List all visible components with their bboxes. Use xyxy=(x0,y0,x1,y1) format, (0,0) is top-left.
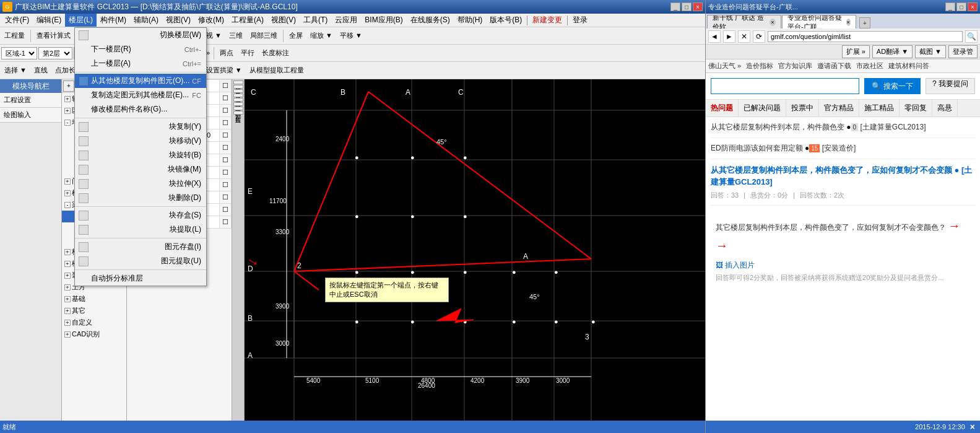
tree-expand-decor[interactable]: + xyxy=(64,273,71,279)
question-link-2[interactable]: ED防雨电源该如何套用定额 ●15 [安装造价] xyxy=(711,143,975,154)
search-button[interactable]: 🔍 搜索一下 xyxy=(864,78,921,94)
tree-expand-slab[interactable]: + xyxy=(64,249,71,255)
dropdown-auto-split[interactable]: 自动拆分标准层 xyxy=(75,271,206,286)
dropdown-rename[interactable]: 修改楼层构件名称(G)... xyxy=(75,102,206,116)
menu-help[interactable]: 帮助(H) xyxy=(454,14,487,27)
menu-auxiliary[interactable]: 辅助(A) xyxy=(130,14,162,27)
dropdown-switch-floor[interactable]: 切换楼层(W) xyxy=(75,28,206,42)
tb-quantity[interactable]: 工程量 xyxy=(1,29,28,43)
dropdown-block-mirror[interactable]: 块镜像(M) xyxy=(75,162,206,177)
url-bar[interactable] xyxy=(768,31,963,42)
new-tab-btn[interactable]: + xyxy=(859,17,870,28)
dropdown-block-move[interactable]: 块移动(V) xyxy=(75,134,206,148)
props-check9[interactable]: ☐ xyxy=(220,179,232,191)
menu-tools[interactable]: 工具(T) xyxy=(300,14,331,27)
cat-tab-official[interactable]: 官方精品 xyxy=(819,100,859,116)
tree-expand-column[interactable]: + xyxy=(64,190,71,196)
draw-btn-trim[interactable]: 修整 xyxy=(233,85,243,89)
tb-length-mark[interactable]: 长度标注 xyxy=(259,46,292,60)
props-check10[interactable]: ☐ xyxy=(220,191,232,204)
question-link-1[interactable]: 从其它楼层复制构件到本层，构件颜色变 ●0 [土建算量GCL2013] xyxy=(711,122,975,133)
tb-parallel[interactable]: 平行 xyxy=(238,46,258,60)
browser-minimize[interactable]: _ xyxy=(945,2,955,11)
props-check12[interactable]: ☐ xyxy=(220,216,232,229)
tb-fullscreen[interactable]: 全屏 xyxy=(286,29,306,43)
dropdown-block-rotate[interactable]: 块旋转(B) xyxy=(75,148,206,162)
tree-item-custom[interactable]: + 自定义 xyxy=(62,317,126,328)
nav-forward[interactable]: ► xyxy=(723,30,735,43)
tree-item-foundation[interactable]: + 基础 xyxy=(62,293,126,305)
tree-expand-stair[interactable]: + xyxy=(64,261,71,267)
props-check5[interactable]: ☐ xyxy=(220,129,232,142)
search-input[interactable] xyxy=(711,78,859,94)
toolbar-login[interactable]: 登录管 xyxy=(948,45,978,58)
cat-tab-construction[interactable]: 施工精品 xyxy=(859,100,900,116)
tb-zoom[interactable]: 缩放 ▼ xyxy=(307,29,336,43)
menu-view[interactable]: 视图(V) xyxy=(162,14,194,27)
tb-extract-quantity[interactable]: 从模型提取工程量 xyxy=(246,64,307,77)
dropdown-block-scale[interactable]: 块拉伸(X) xyxy=(75,177,206,191)
menu-online[interactable]: 在线服务(S) xyxy=(407,14,454,27)
menu-floor[interactable]: 楼层(L) xyxy=(65,14,97,27)
insert-img-btn[interactable]: 🖼 插入图片 xyxy=(716,261,755,269)
tb-arch-beam[interactable]: 设置拱梁 ▼ xyxy=(203,64,245,77)
draw-btn-merge[interactable]: 合并 xyxy=(233,89,243,93)
menu-modify[interactable]: 修改(M) xyxy=(194,14,228,27)
tb-local-3d[interactable]: 局部三维 xyxy=(247,29,280,43)
menu-file[interactable]: 文件(F) xyxy=(1,14,33,27)
cat-tab-solved[interactable]: 已解决问题 xyxy=(739,100,786,116)
dropdown-prev-floor[interactable]: 上一楼层(A) Ctrl+= xyxy=(75,56,206,71)
nav2-invite[interactable]: 邀请函下载 xyxy=(817,61,851,71)
question-detail-title[interactable]: 从其它楼层复制构件到本层，构件颜色变了，应如何复制才不会变颜 ● [土建算量GC… xyxy=(711,164,975,188)
browser-close-x[interactable]: × xyxy=(970,422,975,432)
props-check4[interactable]: ☐ xyxy=(220,117,232,129)
tree-add-btn[interactable]: + xyxy=(63,81,74,92)
menu-element[interactable]: 构件(M) xyxy=(97,14,130,27)
draw-btn-break[interactable]: 打断 xyxy=(233,98,243,102)
menu-edit[interactable]: 编辑(E) xyxy=(33,14,65,27)
tab1-close[interactable]: × xyxy=(770,19,776,26)
nav2-weather[interactable]: 佛山天气 » xyxy=(708,61,741,71)
menu-bim[interactable]: BIM应用(B) xyxy=(361,14,406,27)
tb-calc-formula[interactable]: 查看计算式 xyxy=(33,29,74,43)
props-check2[interactable]: ☐ xyxy=(220,92,232,105)
nav2-material[interactable]: 建筑材料问答 xyxy=(888,61,929,71)
close-button[interactable]: × xyxy=(693,2,703,11)
cat-tab-voting[interactable]: 投票中 xyxy=(786,100,819,116)
draw-btn-stirrup[interactable]: 拉筋 xyxy=(233,111,243,115)
tb-pan[interactable]: 平移 ▼ xyxy=(337,29,365,43)
nav2-index[interactable]: 造价指标 xyxy=(746,61,773,71)
draw-btn-split[interactable]: 分割 xyxy=(233,107,243,110)
nav-search-icon[interactable]: 🔍 xyxy=(965,30,978,43)
browser-tab-1[interactable]: 新干线 广联达 造价软 × xyxy=(707,15,781,28)
zone-select[interactable]: 区域-1 xyxy=(1,47,37,59)
toolbar-screenshot[interactable]: 截图 ▼ xyxy=(915,45,946,58)
floor-select[interactable]: 第2层 xyxy=(38,47,72,59)
props-check11[interactable]: ☐ xyxy=(220,204,232,216)
nav2-knowledge[interactable]: 官方知识库 xyxy=(778,61,812,71)
tree-expand-cad[interactable]: + xyxy=(64,331,71,338)
tb-line[interactable]: 直线 xyxy=(31,64,51,77)
browser-tab-2[interactable]: 专业造价问题答疑平台-广联... × xyxy=(782,15,856,28)
tree-item-other[interactable]: + 其它 xyxy=(62,305,126,317)
dropdown-copy-to[interactable]: 复制选定图元到其他楼层(E)... FC xyxy=(75,88,206,102)
toolbar-translate[interactable]: AD翻译 ▼ xyxy=(872,45,913,58)
tree-expand-wall[interactable]: - xyxy=(64,120,71,126)
tree-expand-beam[interactable]: - xyxy=(64,202,71,208)
dropdown-next-floor[interactable]: 下一楼层(R) Ctrl+- xyxy=(75,42,206,56)
dropdown-block-extract[interactable]: 块提取(L) xyxy=(75,222,206,237)
minimize-button[interactable]: _ xyxy=(670,2,680,11)
dropdown-store-box[interactable]: 块存盒(S) xyxy=(75,208,206,222)
tb-3d[interactable]: 三维 xyxy=(226,29,246,43)
props-check7[interactable]: ☐ xyxy=(220,154,232,167)
dropdown-element-store[interactable]: 图元存盘(I) xyxy=(75,240,206,254)
tree-expand-door[interactable]: + xyxy=(64,178,71,185)
props-check6[interactable]: ☐ xyxy=(220,142,232,154)
cat-tab-high-reward[interactable]: 高悬 xyxy=(932,100,958,116)
browser-maximize[interactable]: □ xyxy=(956,2,966,11)
dropdown-block-copy[interactable]: 块复制(Y) xyxy=(75,120,206,134)
menu-new-change[interactable]: 新建变更 xyxy=(529,14,566,27)
props-check1[interactable]: ☐ xyxy=(220,80,232,92)
props-check3[interactable]: ☐ xyxy=(220,105,232,117)
nav-refresh[interactable]: ⟳ xyxy=(753,30,765,43)
